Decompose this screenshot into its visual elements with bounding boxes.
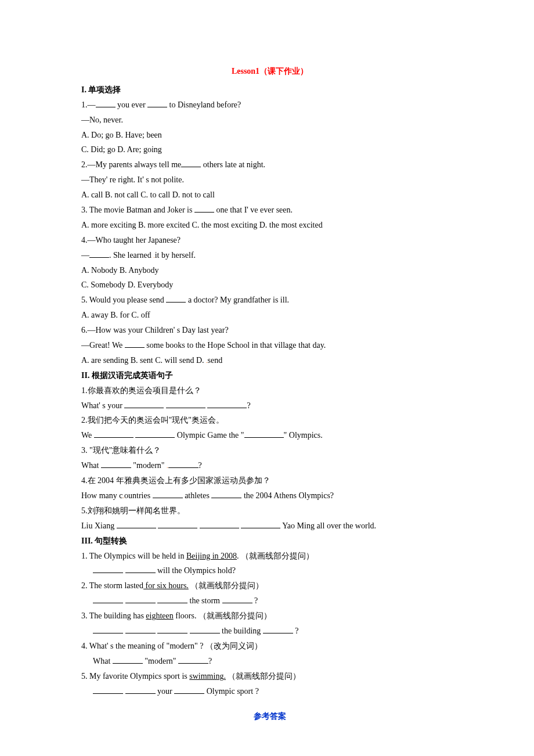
s1-q3-opts: A. more exciting B. more excited C. the … [81,218,459,233]
s3-q5-line1: 5. My favorite Olympics sport is swimmin… [81,669,459,684]
blank[interactable] [89,250,109,258]
s1-q5-line1: 5. Would you please send a doctor? My gr… [81,293,459,308]
s2-q1-zh: 1.你最喜欢的奥运会项目是什么？ [81,383,459,398]
blank[interactable] [157,596,187,604]
s1-q6-line2: —Great! We some books to the Hope School… [81,338,459,353]
s1-q4-optC: C. Somebody D. Everybody [81,278,459,293]
blank[interactable] [157,625,187,633]
s3-q2-line2: the storm ? [81,593,459,609]
blank[interactable] [244,430,284,438]
s3-q1-line1: 1. The Olympics will be held in Beijing … [81,549,459,564]
s2-q4-en: How many c.ountries athletes the 2004 At… [81,488,459,503]
blank[interactable] [124,400,164,408]
s1-q5-opts: A. away B. for C. off [81,308,459,323]
blank[interactable] [194,204,214,213]
s1-q4-line2: —. She learned .it by herself. [81,248,459,263]
s2-q2-en: We Olympic Game the "" Olympics. [81,428,459,443]
s3-q1-line2: will the Olympics hold? [81,563,459,578]
blank[interactable] [113,656,143,664]
s1-q1-optC: C. Did; go D. Are; going [81,142,459,157]
underlined-text: swimming. [189,672,226,681]
underlined-text: for six hours. [143,581,189,590]
blank[interactable] [93,686,123,694]
s2-q3-en: What "modern" .? [81,458,459,473]
blank[interactable] [93,625,123,633]
blank[interactable] [135,430,175,438]
blank[interactable] [125,686,156,694]
blank[interactable] [125,340,145,348]
section-3-head: III. 句型转换 [81,534,459,549]
s1-q2-opts: A. call B. not call C. to call D. not to… [81,188,459,203]
s2-q5-zh: 5.刘翔和姚明一样闻名世界。 [81,503,459,519]
blank[interactable] [147,99,167,107]
blank[interactable] [200,520,239,528]
blank[interactable] [190,625,220,633]
blank[interactable] [241,520,280,528]
blank[interactable] [181,160,201,168]
blank[interactable] [117,520,156,528]
s3-q2-line1: 2. The storm lasted for six hours. （就画线部… [81,578,459,593]
blank[interactable] [211,490,241,498]
underlined-text: Beijing in 2008 [186,552,237,560]
blank[interactable] [166,295,186,303]
s1-q4-line1: 4.—Who taught her Japanese? [81,233,459,248]
s2-q1-en: What' s your ? [81,398,459,413]
s2-q3-zh: 3. "现代"意味着什么？ [81,443,459,458]
s1-q2-line2: —They' re right. It' s not polite. [81,172,459,188]
s3-q3-line2: the building ? [81,624,459,639]
blank[interactable] [93,566,123,574]
s1-q4-optA: A. Nobody B. Anybody [81,263,459,278]
blank[interactable] [125,566,156,574]
blank[interactable] [93,596,123,604]
blank[interactable] [174,686,204,694]
s1-q6-line1: 6.—How was your Children' s Day last yea… [81,323,459,338]
blank[interactable] [125,625,156,633]
page-title: Lesson1（课下作业） [81,64,459,79]
s2-q5-en: Liu Xiang Yao Ming all over the world. [81,519,459,534]
s1-q6-opts: A. are sending B. sent C. will send D. .… [81,353,459,368]
s3-q4-line2: What "modern" ? [81,654,459,669]
section-2-head: II. 根据汉语完成英语句子 [81,368,459,383]
blank[interactable] [94,430,134,438]
s1-q1-optA: A. Do; go B. Have; been [81,128,459,143]
blank[interactable] [101,460,131,469]
s2-q2-zh: 2.我们把今天的奥运会叫"现代"奥运会。 [81,413,459,428]
blank[interactable] [158,520,197,528]
answers-heading: 参考答案 [81,709,459,724]
blank[interactable] [222,596,252,604]
section-1-head: I. 单项选择 [81,82,459,98]
blank[interactable] [96,99,116,107]
blank[interactable] [166,400,205,408]
s2-q4-zh: 4.在 2004 年雅典奥运会上有多少国家派运动员参加？ [81,473,459,488]
blank[interactable] [153,490,183,498]
blank[interactable] [178,656,208,664]
s3-q5-line2: your Olympic sport ? [81,684,459,699]
blank[interactable] [125,596,156,604]
blank[interactable] [207,400,247,408]
s1-q1-line2: —No, never. [81,113,459,128]
blank[interactable] [263,625,293,633]
s3-q3-line1: 3. The building has eighteen floors. （就画… [81,609,459,624]
s3-q4-line1: 4. What' s the meaning of "modern" ? （改为… [81,639,459,654]
s1-q2-line1: 2.—My parents always tell me others late… [81,157,459,172]
blank[interactable] [168,460,199,469]
s1-q3-line1: 3. The movie Batman and Joker is one tha… [81,203,459,218]
underlined-text: eighteen [146,611,173,620]
worksheet-page: Lesson1（课下作业） I. 单项选择 1.— you ever to Di… [0,0,534,756]
s1-q1-line1: 1.— you ever to Disneyland before? [81,98,459,113]
